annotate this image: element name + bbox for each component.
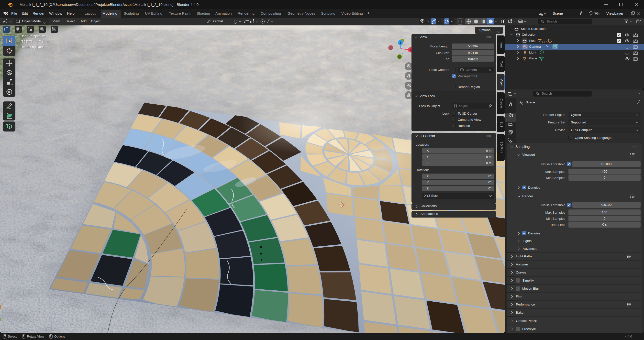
svg-text:Z: Z bbox=[400, 41, 401, 44]
